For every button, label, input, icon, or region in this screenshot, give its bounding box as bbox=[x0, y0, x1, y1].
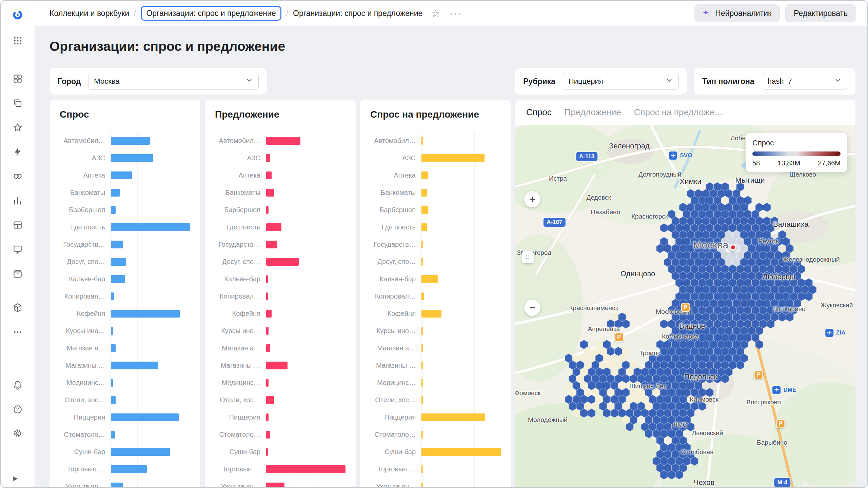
bar[interactable] bbox=[111, 258, 126, 266]
help-icon[interactable]: ? bbox=[12, 403, 24, 415]
map-tab-demand-per-supply[interactable]: Спрос на предложе… bbox=[634, 107, 723, 118]
bar[interactable] bbox=[111, 241, 123, 248]
bar[interactable] bbox=[421, 223, 427, 231]
bar[interactable] bbox=[421, 275, 438, 283]
settings-icon[interactable] bbox=[12, 427, 24, 439]
collections-icon[interactable] bbox=[12, 97, 24, 109]
bar[interactable] bbox=[266, 275, 268, 283]
map-tab-supply[interactable]: Предложение bbox=[565, 107, 621, 118]
favorite-star-icon[interactable]: ☆ bbox=[431, 7, 440, 19]
bar[interactable] bbox=[266, 206, 269, 214]
bar[interactable] bbox=[111, 189, 120, 197]
editor-icon[interactable] bbox=[12, 243, 24, 256]
breadcrumb-dashboard[interactable]: Организации: спрос и предложение bbox=[293, 9, 422, 18]
bar[interactable] bbox=[266, 362, 288, 369]
bar[interactable] bbox=[266, 327, 269, 335]
bar[interactable] bbox=[266, 431, 270, 439]
bar[interactable] bbox=[421, 413, 485, 421]
more-actions-icon[interactable]: ··· bbox=[449, 7, 461, 19]
breadcrumb-collections[interactable]: Коллекции и воркбуки bbox=[50, 9, 129, 18]
bar[interactable] bbox=[266, 379, 269, 387]
bar[interactable] bbox=[266, 465, 346, 473]
bar[interactable] bbox=[266, 223, 281, 231]
bar[interactable] bbox=[421, 206, 428, 214]
bar[interactable] bbox=[111, 223, 190, 231]
ruler-button[interactable]: ∷ bbox=[521, 251, 534, 263]
bar[interactable] bbox=[421, 137, 423, 145]
bar[interactable] bbox=[421, 189, 427, 197]
bar[interactable] bbox=[421, 344, 423, 352]
bar[interactable] bbox=[421, 396, 423, 404]
bar[interactable] bbox=[111, 413, 179, 421]
storage-icon[interactable] bbox=[12, 268, 24, 280]
bar[interactable] bbox=[111, 137, 150, 145]
favorites-icon[interactable] bbox=[12, 121, 24, 134]
datalens-logo-icon[interactable] bbox=[12, 9, 24, 21]
polygon-type-select[interactable]: hash_7 bbox=[762, 73, 847, 90]
links-icon[interactable] bbox=[12, 170, 24, 182]
bar[interactable] bbox=[111, 292, 114, 300]
bar[interactable] bbox=[421, 362, 423, 369]
bar[interactable] bbox=[266, 154, 270, 162]
rubric-select[interactable]: Пиццерия bbox=[563, 73, 679, 90]
lightning-icon[interactable] bbox=[12, 146, 24, 158]
bar[interactable] bbox=[266, 189, 274, 197]
bar[interactable] bbox=[111, 327, 113, 335]
bar[interactable] bbox=[111, 154, 153, 162]
bar[interactable] bbox=[266, 137, 300, 145]
bar[interactable] bbox=[421, 258, 423, 266]
bar[interactable] bbox=[266, 258, 299, 266]
bar[interactable] bbox=[266, 483, 284, 487]
bar[interactable] bbox=[421, 154, 485, 162]
bar[interactable] bbox=[111, 310, 180, 318]
bar[interactable] bbox=[111, 171, 132, 179]
zoom-in-button[interactable]: + bbox=[524, 191, 540, 207]
apps-grid-icon[interactable] bbox=[12, 35, 24, 47]
map-canvas[interactable]: ЛобняЗеленоградМытищиЩелковоИстраДолгопр… bbox=[515, 125, 855, 487]
bar[interactable] bbox=[421, 483, 423, 487]
bar[interactable] bbox=[266, 241, 277, 248]
category-label: Где поесть bbox=[215, 223, 266, 231]
bar[interactable] bbox=[111, 465, 147, 473]
bar[interactable] bbox=[421, 431, 423, 439]
bar[interactable] bbox=[421, 292, 424, 300]
map-tab-demand[interactable]: Спрос bbox=[526, 107, 552, 118]
bar[interactable] bbox=[266, 396, 274, 404]
bar[interactable] bbox=[266, 292, 268, 300]
bar[interactable] bbox=[266, 310, 272, 318]
collapse-sidebar-icon[interactable]: ▸ bbox=[13, 473, 18, 483]
bar[interactable] bbox=[266, 171, 272, 179]
bar[interactable] bbox=[111, 483, 123, 487]
bar[interactable] bbox=[111, 344, 116, 352]
bar[interactable] bbox=[266, 344, 270, 352]
bar[interactable] bbox=[421, 241, 423, 248]
dashboards-icon[interactable] bbox=[12, 73, 24, 85]
edit-button[interactable]: Редактировать bbox=[785, 4, 856, 22]
more-icon[interactable] bbox=[12, 326, 24, 338]
bar[interactable] bbox=[421, 379, 423, 387]
neuro-analyst-button[interactable]: Нейроаналитик bbox=[694, 4, 780, 22]
bar[interactable] bbox=[421, 465, 423, 473]
bar[interactable] bbox=[111, 396, 116, 404]
bar[interactable] bbox=[421, 327, 423, 335]
breadcrumb-workbook-highlighted[interactable]: Организации: спрос и предложение bbox=[141, 6, 281, 21]
bar[interactable] bbox=[421, 448, 501, 456]
charts-icon[interactable] bbox=[12, 195, 24, 207]
datasets-icon[interactable] bbox=[12, 219, 24, 231]
bar-track bbox=[421, 132, 501, 149]
bar[interactable] bbox=[111, 362, 158, 369]
bar-track bbox=[266, 374, 346, 391]
notifications-icon[interactable] bbox=[12, 379, 24, 391]
bar[interactable] bbox=[421, 171, 428, 179]
bar[interactable] bbox=[111, 206, 116, 214]
city-select[interactable]: Москва bbox=[88, 73, 259, 90]
bar[interactable] bbox=[111, 448, 170, 456]
bar[interactable] bbox=[421, 310, 441, 318]
zoom-out-button[interactable]: − bbox=[524, 300, 540, 316]
bar[interactable] bbox=[111, 431, 115, 439]
bar[interactable] bbox=[266, 413, 269, 421]
bar[interactable] bbox=[266, 448, 268, 456]
bar[interactable] bbox=[111, 275, 125, 283]
bar[interactable] bbox=[111, 379, 113, 387]
cube-icon[interactable] bbox=[12, 302, 24, 314]
